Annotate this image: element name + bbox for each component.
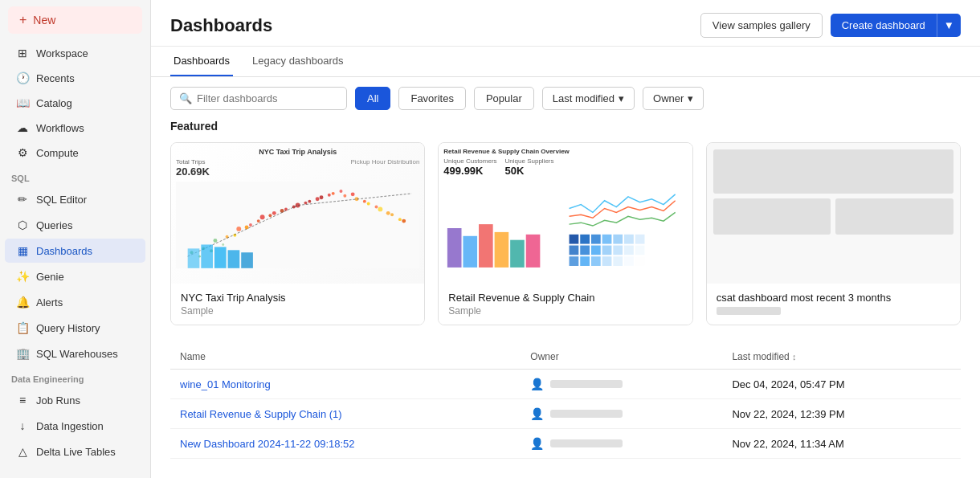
svg-rect-66 [591,256,601,266]
new-label: New [33,14,55,27]
svg-rect-48 [510,240,525,268]
csat-placeholder-half-1 [713,198,831,235]
row-owner-cell: 👤 [521,370,722,399]
table-row: New Dashboard 2024-11-22 09:18:52 👤 Nov … [170,429,961,459]
row-name-cell: Retail Revenue & Supply Chain (1) [170,399,521,429]
sidebar-item-workspace[interactable]: ⊞ Workspace [5,41,145,65]
svg-point-37 [398,218,402,221]
sql-editor-icon: ✏ [16,193,29,206]
owner-name-placeholder [550,410,623,418]
row-owner-cell: 👤 [521,429,722,459]
sidebar-item-dashboards[interactable]: ▦ Dashboards [5,239,145,263]
sidebar-item-label: Catalog [36,97,72,109]
sidebar-item-query-history[interactable]: 📋 Query History [5,316,145,340]
dashboard-link[interactable]: wine_01 Monitoring [180,378,271,390]
svg-rect-65 [581,256,590,266]
card-info: Retail Revenue & Supply Chain Sample [439,284,692,325]
dashboard-link[interactable]: New Dashboard 2024-11-22 09:18:52 [180,438,355,450]
owner-label: Owner [653,92,684,104]
row-date-cell: Nov 22, 2024, 11:34 AM [722,429,961,459]
tab-bar: Dashboards Legacy dashboards [151,47,980,77]
last-modified-label: Last modified [553,92,615,104]
csat-owner-placeholder [717,307,781,315]
search-box[interactable]: 🔍 [170,87,347,110]
sidebar-item-label: Workspace [36,47,88,59]
sidebar-item-label: Query History [36,322,100,334]
filter-popular-button[interactable]: Popular [474,87,534,110]
svg-point-7 [260,214,265,219]
dashboard-link[interactable]: Retail Revenue & Supply Chain (1) [180,408,342,420]
card-sub: Sample [181,305,414,317]
sidebar-item-label: Genie [36,271,64,283]
row-name-cell: wine_01 Monitoring [170,370,521,399]
sidebar-top-section: ⊞ Workspace 🕐 Recents 📖 Catalog ☁ Workfl… [0,40,150,165]
csat-placeholder-wide [713,149,953,194]
stat-total-trips: 20.69K [176,165,210,178]
svg-point-30 [316,197,320,201]
person-icon: 👤 [530,378,544,390]
sidebar-item-queries[interactable]: ⬡ Queries [5,213,145,237]
sidebar-item-delta-live-tables[interactable]: △ Delta Live Tables [5,439,145,464]
row-date-cell: Dec 04, 2024, 05:47 PM [722,370,961,399]
sidebar: + New ⊞ Workspace 🕐 Recents 📖 Catalog ☁ … [0,0,151,478]
create-dashboard-button[interactable]: Create dashboard [831,14,937,37]
sidebar-item-compute[interactable]: ⚙ Compute [5,141,145,165]
svg-rect-60 [602,246,612,255]
filter-favorites-button[interactable]: Favorites [398,87,465,110]
sidebar-item-genie[interactable]: ✨ Genie [5,264,145,288]
sidebar-item-catalog[interactable]: 📖 Catalog [5,91,145,115]
sidebar-item-sql-warehouses[interactable]: 🏢 SQL Warehouses [5,341,145,366]
svg-point-19 [402,219,406,223]
page-header: Dashboards View samples gallery Create d… [151,0,980,47]
delta-live-tables-icon: △ [16,445,29,458]
sidebar-item-label: Alerts [36,296,63,308]
sidebar-item-recents[interactable]: 🕐 Recents [5,66,145,90]
svg-point-3 [213,239,217,243]
csat-placeholder-row [713,198,953,235]
svg-point-33 [351,192,355,196]
retail-chart [443,180,687,276]
view-samples-button[interactable]: View samples gallery [700,13,823,38]
card-csat[interactable]: csat dashboard most recent 3 months [706,142,961,325]
sidebar-item-workflows[interactable]: ☁ Workflows [5,116,145,140]
search-input[interactable] [197,92,338,104]
table-row: Retail Revenue & Supply Chain (1) 👤 Nov … [170,399,961,429]
svg-point-31 [328,194,331,197]
sidebar-item-data-ingestion[interactable]: ↓ Data Ingestion [5,414,145,438]
sidebar-item-sql-editor[interactable]: ✏ SQL Editor [5,187,145,211]
compute-icon: ⚙ [16,146,29,159]
featured-section-title: Featured [170,120,961,133]
sidebar-item-label: SQL Editor [36,194,87,206]
filter-last-modified-button[interactable]: Last modified ▾ [542,87,635,110]
card-retail-revenue[interactable]: Retail Revenue & Supply Chain Overview U… [438,142,692,325]
data-ingestion-icon: ↓ [16,419,29,432]
svg-rect-59 [591,246,601,255]
sidebar-item-job-runs[interactable]: ≡ Job Runs [5,388,145,412]
tab-dashboards[interactable]: Dashboards [170,47,233,76]
svg-rect-41 [228,250,240,268]
person-icon: 👤 [530,407,544,420]
sidebar-item-alerts[interactable]: 🔔 Alerts [5,290,145,314]
scatter-chart [176,181,419,269]
filter-owner-button[interactable]: Owner ▾ [643,87,704,110]
tab-legacy-dashboards[interactable]: Legacy dashboards [249,47,346,76]
chevron-down-icon: ▾ [688,92,693,104]
sidebar-item-label: SQL Warehouses [36,348,118,360]
sidebar-item-label: Data Ingestion [36,420,104,432]
svg-rect-70 [635,256,645,266]
query-history-icon: 📋 [16,321,29,334]
svg-rect-47 [495,232,509,268]
filter-all-button[interactable]: All [355,87,390,110]
recents-icon: 🕐 [16,71,29,84]
new-button[interactable]: + New [8,6,142,34]
person-icon: 👤 [530,437,544,450]
sidebar-item-label: Queries [36,219,73,231]
svg-rect-45 [463,236,478,268]
svg-point-22 [222,243,224,246]
card-nyc-taxi[interactable]: NYC Taxi Trip Analysis Total Trips 20.69… [170,142,425,325]
owner-name-placeholder [550,439,623,447]
svg-point-25 [257,219,260,223]
col-header-name: Name [170,345,521,370]
create-dashboard-caret[interactable]: ▼ [937,14,961,37]
svg-point-35 [375,206,378,209]
